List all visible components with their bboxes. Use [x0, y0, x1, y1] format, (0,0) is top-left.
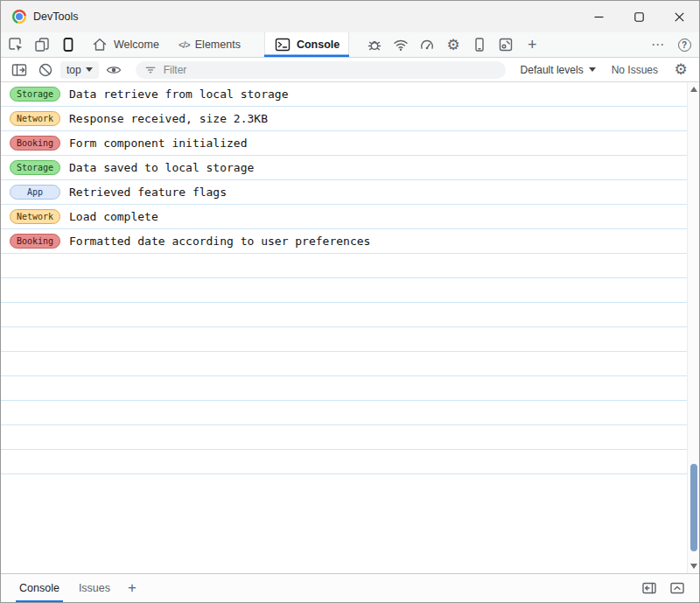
console-toolbar: top Default levels No Issues ⚙	[1, 58, 699, 82]
console-message-row[interactable]: BookingForm component initialized	[1, 131, 687, 156]
console-empty-row	[1, 425, 687, 450]
plus-icon: +	[128, 579, 136, 597]
drawer-tab-console[interactable]: Console	[10, 574, 69, 602]
titlebar-left: DevTools	[1, 10, 578, 24]
device-frame-button[interactable]	[55, 32, 81, 57]
scroll-thumb[interactable]	[690, 464, 697, 551]
panel-tabbar: Welcome </> Elements Console	[1, 32, 699, 58]
tab-elements-label: Elements	[195, 39, 241, 51]
add-drawer-tab-button[interactable]: +	[120, 574, 144, 602]
code-icon: </>	[178, 39, 190, 50]
live-expression-button[interactable]	[102, 60, 125, 81]
filter-box[interactable]	[136, 61, 506, 79]
sidebar-icon	[10, 61, 28, 79]
titlebar[interactable]: DevTools	[1, 1, 699, 32]
window-controls	[578, 1, 699, 32]
scroll-up-button[interactable]	[688, 83, 699, 95]
issues-counter[interactable]: No Issues	[604, 64, 666, 76]
scroll-down-button[interactable]	[688, 560, 699, 572]
console-message-row[interactable]: StorageData retrieve from local storage	[1, 82, 687, 107]
inspect-button[interactable]	[3, 32, 29, 57]
message-source-badge: Network	[10, 111, 60, 126]
message-text: Load complete	[69, 210, 158, 223]
tab-elements[interactable]: </> Elements	[169, 32, 250, 57]
performance-button[interactable]	[414, 32, 440, 57]
triangle-up-icon	[690, 87, 697, 92]
add-tab-button[interactable]: +	[519, 32, 545, 57]
filter-input[interactable]	[164, 64, 498, 76]
dock-drawer-button[interactable]	[638, 578, 661, 599]
chevron-down-icon	[86, 67, 93, 72]
expand-drawer-button[interactable]	[666, 578, 689, 599]
tab-welcome[interactable]: Welcome	[81, 32, 169, 57]
maximize-icon	[634, 12, 644, 22]
device-button[interactable]	[466, 32, 493, 57]
context-label: top	[66, 64, 81, 76]
chevron-down-icon	[589, 67, 596, 72]
close-icon	[675, 12, 684, 22]
message-text: Data retrieve from local storage	[69, 88, 288, 101]
help-icon: ?	[678, 39, 691, 52]
drawer-right-controls	[638, 574, 690, 602]
console-empty-row	[1, 352, 687, 376]
home-icon	[91, 36, 108, 53]
message-source-badge: Network	[10, 209, 60, 224]
maximize-button[interactable]	[619, 1, 659, 32]
tab-console-label: Console	[297, 39, 340, 51]
network-conditions-button[interactable]	[388, 32, 414, 57]
console-messages: StorageData retrieve from local storageN…	[1, 82, 687, 573]
message-text: Retrieved feature flags	[69, 186, 227, 199]
plus-icon: +	[528, 36, 537, 54]
devtools-logo-icon	[12, 10, 26, 24]
console-message-row[interactable]: NetworkResponse received, size 2.3KB	[1, 107, 687, 131]
console-message-row[interactable]: AppRetrieved feature flags	[1, 180, 687, 205]
console-message-row[interactable]: BookingFormatted date according to user …	[1, 229, 687, 254]
console-empty-row	[1, 376, 687, 401]
expand-up-icon	[668, 579, 686, 597]
more-menu-button[interactable]: ⋯	[645, 32, 671, 57]
message-source-badge: Booking	[10, 136, 60, 151]
log-levels-dropdown[interactable]: Default levels	[516, 64, 600, 76]
device-toolbar-button[interactable]	[29, 32, 55, 57]
console-sidebar-button[interactable]	[8, 60, 31, 81]
console-panel: StorageData retrieve from local storageN…	[1, 82, 699, 573]
wifi-icon	[392, 36, 410, 53]
gauge-icon	[418, 36, 436, 53]
console-empty-row	[1, 401, 687, 425]
window-title: DevTools	[33, 11, 78, 23]
console-settings-button[interactable]: ⚙	[669, 60, 692, 81]
message-text: Response received, size 2.3KB	[69, 112, 268, 125]
bug-button[interactable]	[361, 32, 388, 57]
help-button[interactable]: ?	[671, 32, 697, 57]
log-levels-label: Default levels	[521, 64, 584, 76]
console-empty-row	[1, 327, 687, 352]
context-selector[interactable]: top	[60, 61, 99, 79]
console-empty-row	[1, 450, 687, 474]
console-icon	[274, 36, 291, 53]
minimize-button[interactable]	[578, 1, 619, 32]
inspect-icon	[7, 36, 24, 53]
message-text: Form component initialized	[69, 137, 248, 150]
tab-welcome-label: Welcome	[114, 39, 159, 51]
eye-icon	[105, 61, 122, 79]
bug-icon	[366, 36, 383, 53]
scrollbar[interactable]	[687, 82, 699, 573]
devtools-window: DevTools	[0, 0, 700, 603]
clear-console-button[interactable]	[34, 60, 57, 81]
device-toolbar-icon	[33, 36, 51, 53]
device-frame-icon	[60, 36, 77, 53]
drawer-tab-issues[interactable]: Issues	[69, 574, 120, 602]
console-message-row[interactable]: StorageData saved to local storage	[1, 156, 687, 180]
gear-icon: ⚙	[674, 62, 687, 77]
clear-icon	[37, 61, 54, 79]
message-text: Data saved to local storage	[69, 161, 254, 174]
filter-icon	[144, 63, 158, 77]
console-message-row[interactable]: NetworkLoad complete	[1, 205, 687, 229]
dock-side-icon	[640, 579, 658, 597]
customize-panel-button[interactable]	[493, 32, 519, 57]
settings-button[interactable]: ⚙	[440, 32, 466, 57]
close-button[interactable]	[659, 1, 699, 32]
tab-console[interactable]: Console	[264, 32, 349, 57]
triangle-down-icon	[690, 564, 697, 569]
gear-icon: ⚙	[447, 38, 460, 53]
